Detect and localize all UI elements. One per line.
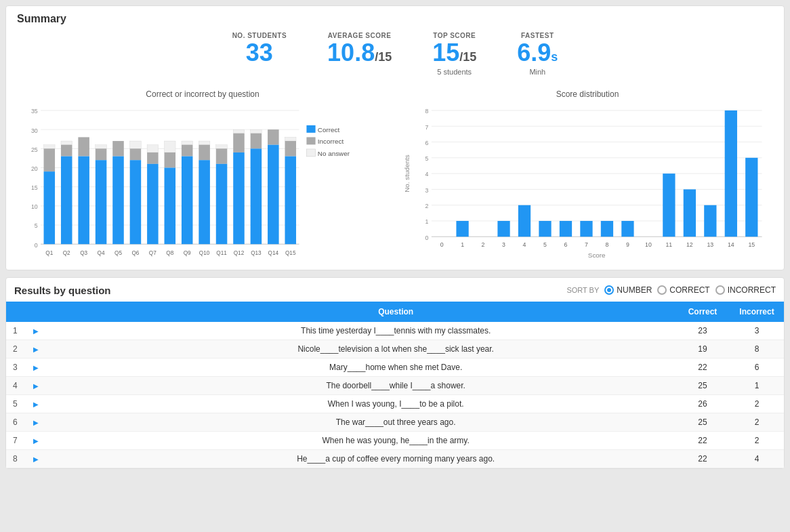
svg-text:13: 13 (707, 241, 713, 247)
svg-text:Q8: Q8 (166, 249, 173, 255)
svg-rect-75 (285, 156, 296, 244)
row-correct: 19 (675, 340, 730, 358)
row-incorrect: 8 (730, 340, 784, 358)
sort-correct-option[interactable]: Correct (657, 285, 709, 295)
row-arrow[interactable]: ▶ (26, 413, 116, 431)
summary-panel: Summary NO. STUDENTS 33 AVERAGE SCORE 10… (5, 5, 785, 270)
results-title: Results by question (14, 285, 111, 296)
svg-text:14: 14 (728, 241, 734, 247)
charts-row: Correct or incorrect by question 0510152… (17, 89, 773, 259)
svg-text:Q3: Q3 (80, 249, 87, 255)
svg-rect-43 (147, 163, 159, 243)
sort-incorrect-option[interactable]: Incorrect (715, 285, 776, 295)
svg-text:0: 0 (425, 234, 429, 241)
row-correct: 25 (675, 376, 730, 394)
svg-text:3: 3 (502, 241, 505, 247)
svg-text:7: 7 (425, 123, 429, 130)
row-incorrect: 2 (730, 394, 784, 413)
svg-rect-77 (306, 125, 315, 132)
chart2-title: Score distribution (402, 89, 773, 99)
svg-rect-49 (182, 141, 193, 145)
svg-text:30: 30 (31, 127, 38, 134)
svg-rect-71 (268, 144, 279, 244)
question-col-header: Question (116, 302, 675, 322)
svg-text:1: 1 (425, 218, 429, 225)
svg-rect-107 (497, 221, 510, 237)
chart1-title: Correct or incorrect by question (17, 89, 388, 99)
chart1-container: Correct or incorrect by question 0510152… (17, 89, 388, 259)
row-arrow[interactable]: ▶ (26, 358, 116, 376)
svg-rect-63 (233, 152, 245, 244)
svg-rect-115 (580, 221, 592, 237)
fastest-value: 6.9s (517, 39, 558, 66)
svg-rect-51 (182, 156, 193, 244)
row-arrow[interactable]: ▶ (26, 394, 116, 413)
row-num: 1 (6, 322, 26, 340)
stat-fastest: FASTEST 6.9s Minh (517, 32, 558, 76)
incorrect-col-header: Incorrect (730, 302, 784, 322)
svg-rect-58 (216, 148, 228, 164)
sort-number-option[interactable]: Number (604, 285, 652, 295)
svg-rect-54 (199, 144, 210, 160)
svg-rect-67 (251, 148, 262, 244)
svg-text:2: 2 (425, 203, 429, 209)
row-arrow[interactable]: ▶ (26, 340, 116, 358)
stat-top-score: TOP SCORE 15/15 5 students (432, 32, 476, 76)
svg-text:8: 8 (606, 241, 609, 247)
table-row: 1 ▶ This time yesterday I____tennis with… (6, 322, 784, 340)
table-row: 4 ▶ The doorbell____while I____a shower.… (6, 376, 784, 394)
row-correct: 25 (675, 413, 730, 431)
svg-text:No answer: No answer (318, 149, 350, 157)
svg-rect-81 (306, 149, 315, 157)
row-question: When he was young, he____in the army. (116, 431, 675, 449)
svg-text:Q1: Q1 (45, 249, 53, 255)
svg-rect-41 (147, 144, 159, 152)
row-num: 2 (6, 340, 26, 358)
svg-text:2: 2 (482, 241, 485, 247)
students-value: 33 (232, 39, 287, 66)
row-correct: 22 (675, 431, 730, 449)
svg-rect-21 (61, 141, 72, 145)
svg-text:20: 20 (31, 165, 38, 171)
svg-rect-29 (96, 144, 107, 148)
svg-rect-47 (165, 167, 176, 244)
sort-by-row: SORT BY Number Correct Incorrect (566, 285, 776, 295)
svg-rect-37 (130, 141, 142, 148)
svg-text:6: 6 (425, 140, 429, 146)
svg-text:25: 25 (31, 146, 38, 152)
row-arrow[interactable]: ▶ (26, 449, 116, 468)
chart2-container: Score distribution 012345678No. students… (402, 89, 773, 259)
table-header-row: Question Correct Incorrect (6, 302, 784, 322)
row-incorrect: 1 (730, 376, 784, 394)
svg-rect-53 (199, 141, 210, 145)
svg-text:Q7: Q7 (149, 249, 157, 255)
svg-rect-42 (147, 152, 159, 164)
sort-incorrect-label: Incorrect (728, 285, 776, 295)
svg-text:Q6: Q6 (131, 249, 139, 255)
svg-rect-104 (456, 221, 468, 237)
question-header (6, 302, 116, 322)
row-question: This time yesterday I____tennis with my … (116, 322, 675, 340)
stat-avg-score: AVERAGE SCORE 10.8/15 (327, 32, 392, 76)
svg-rect-34 (112, 141, 124, 157)
sort-correct-radio[interactable] (657, 285, 667, 295)
row-arrow[interactable]: ▶ (26, 431, 116, 449)
svg-rect-39 (130, 160, 142, 244)
chart1-area: 05101520253035Q1Q2Q3Q4Q5Q6Q7Q8Q9Q10Q11Q1… (17, 103, 388, 259)
svg-text:No. students: No. students (403, 155, 411, 192)
row-num: 3 (6, 358, 26, 376)
svg-text:4: 4 (425, 171, 429, 178)
row-arrow[interactable]: ▶ (26, 376, 116, 394)
summary-title: Summary (17, 13, 773, 25)
svg-text:Q9: Q9 (184, 249, 191, 255)
sort-number-radio[interactable] (604, 285, 614, 295)
sort-incorrect-radio[interactable] (715, 285, 725, 295)
stats-row: NO. STUDENTS 33 AVERAGE SCORE 10.8/15 TO… (17, 32, 773, 76)
svg-text:11: 11 (666, 241, 673, 247)
row-arrow[interactable]: ▶ (26, 322, 116, 340)
svg-rect-119 (621, 221, 633, 237)
svg-text:7: 7 (585, 241, 588, 247)
sort-correct-label: Correct (669, 285, 709, 295)
svg-text:Q15: Q15 (285, 249, 296, 255)
svg-rect-26 (78, 137, 89, 156)
